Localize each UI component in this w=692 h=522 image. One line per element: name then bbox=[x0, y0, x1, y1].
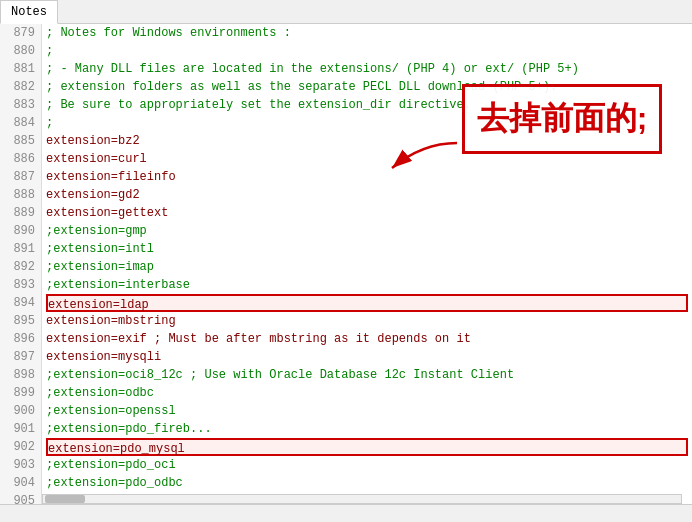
line-number: 894 bbox=[6, 294, 35, 312]
line-number: 897 bbox=[6, 348, 35, 366]
line-number: 900 bbox=[6, 402, 35, 420]
line-number: 904 bbox=[6, 474, 35, 492]
line-number: 885 bbox=[6, 132, 35, 150]
line-number: 882 bbox=[6, 78, 35, 96]
line-number: 890 bbox=[6, 222, 35, 240]
code-area: 8798808818828838848858868878888898908918… bbox=[0, 24, 692, 504]
line-number: 879 bbox=[6, 24, 35, 42]
line-number: 892 bbox=[6, 258, 35, 276]
code-line: extension=mbstring bbox=[46, 312, 688, 330]
annotation-box: 去掉前面的; bbox=[462, 84, 662, 154]
tab-active[interactable]: Notes bbox=[0, 0, 58, 24]
code-line: ; Notes for Windows environments : bbox=[46, 24, 688, 42]
code-line: ;extension=pdo_odbc bbox=[46, 474, 688, 492]
code-line: ; - Many DLL files are located in the ex… bbox=[46, 60, 688, 78]
line-number: 888 bbox=[6, 186, 35, 204]
line-number: 905 bbox=[6, 492, 35, 504]
code-line: extension=gettext bbox=[46, 204, 688, 222]
line-number: 896 bbox=[6, 330, 35, 348]
code-line: extension=ldap bbox=[46, 294, 688, 312]
line-numbers: 8798808818828838848858868878888898908918… bbox=[0, 24, 42, 504]
code-line: extension=exif ; Must be after mbstring … bbox=[46, 330, 688, 348]
code-line: ;extension=intl bbox=[46, 240, 688, 258]
code-line: ;extension=pdo_fireb... bbox=[46, 420, 688, 438]
code-line: ;extension=oci8_12c ; Use with Oracle Da… bbox=[46, 366, 688, 384]
line-number: 886 bbox=[6, 150, 35, 168]
line-number: 895 bbox=[6, 312, 35, 330]
code-line: ;extension=gmp bbox=[46, 222, 688, 240]
tab-label: Notes bbox=[11, 5, 47, 19]
status-bar bbox=[0, 504, 692, 522]
annotation-text: 去掉前面的; bbox=[477, 97, 648, 141]
annotation-arrow bbox=[382, 138, 462, 178]
line-number: 881 bbox=[6, 60, 35, 78]
line-number: 893 bbox=[6, 276, 35, 294]
tab-bar: Notes bbox=[0, 0, 692, 24]
line-number: 901 bbox=[6, 420, 35, 438]
line-number: 902 bbox=[6, 438, 35, 456]
code-line: ;extension=odbc bbox=[46, 384, 688, 402]
code-line: ;extension=pdo_oci bbox=[46, 456, 688, 474]
line-number: 891 bbox=[6, 240, 35, 258]
line-number: 884 bbox=[6, 114, 35, 132]
code-line: ;extension=openssl bbox=[46, 402, 688, 420]
code-line: ;extension=imap bbox=[46, 258, 688, 276]
line-number: 883 bbox=[6, 96, 35, 114]
editor-container: Notes 8798808818828838848858868878888898… bbox=[0, 0, 692, 522]
horizontal-scrollbar[interactable] bbox=[42, 494, 682, 504]
line-number: 887 bbox=[6, 168, 35, 186]
code-line: ; bbox=[46, 42, 688, 60]
line-number: 898 bbox=[6, 366, 35, 384]
code-line: extension=fileinfo bbox=[46, 168, 688, 186]
line-number: 899 bbox=[6, 384, 35, 402]
code-line: ;extension=interbase bbox=[46, 276, 688, 294]
code-lines[interactable]: ; Notes for Windows environments :;; - M… bbox=[42, 24, 692, 504]
scrollbar-thumb[interactable] bbox=[45, 495, 85, 503]
code-line: extension=mysqli bbox=[46, 348, 688, 366]
line-number: 889 bbox=[6, 204, 35, 222]
line-number: 903 bbox=[6, 456, 35, 474]
code-line: extension=gd2 bbox=[46, 186, 688, 204]
line-number: 880 bbox=[6, 42, 35, 60]
code-line: extension=pdo_mysql bbox=[46, 438, 688, 456]
